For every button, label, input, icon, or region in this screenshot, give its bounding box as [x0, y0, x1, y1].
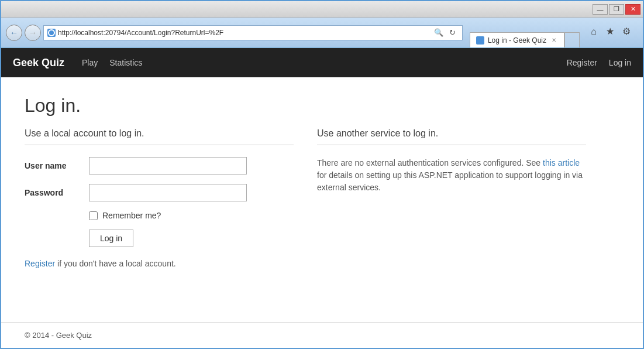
nav-login[interactable]: Log in [609, 58, 631, 67]
username-group: User name [25, 157, 294, 174]
external-description: There are no external authentication ser… [317, 157, 586, 194]
username-input[interactable] [89, 157, 247, 174]
close-button[interactable]: ✕ [625, 4, 640, 15]
left-divider [25, 145, 294, 145]
external-text-after: for details on setting up this ASP.NET a… [317, 170, 583, 192]
app-nav-links: Play Statistics [82, 58, 142, 67]
settings-icon[interactable]: ⚙ [619, 25, 633, 39]
address-url: http://localhost:20794/Account/Login?Ret… [58, 29, 431, 37]
login-button-wrapper: Log in [25, 230, 294, 247]
remember-me-label: Remember me? [102, 211, 161, 220]
tab-favicon [476, 36, 484, 45]
app-nav-right: Register Log in [567, 58, 631, 67]
title-bar-buttons: — ❐ ✕ [593, 4, 640, 15]
tab-title: Log in - Geek Quiz [488, 36, 546, 45]
browser-tab[interactable]: Log in - Geek Quiz ✕ [470, 32, 564, 47]
new-tab-button[interactable] [564, 32, 580, 47]
password-label: Password [25, 188, 89, 197]
external-section-title: Use another service to log in. [317, 128, 586, 139]
remember-me-group: Remember me? [89, 211, 294, 220]
search-button[interactable]: 🔍 [433, 27, 445, 39]
app-navbar: Geek Quiz Play Statistics Register Log i… [1, 48, 643, 77]
local-section-title: Use a local account to log in. [25, 128, 294, 139]
tab-close-button[interactable]: ✕ [550, 36, 558, 45]
login-button[interactable]: Log in [89, 230, 133, 247]
refresh-button[interactable]: ↻ [447, 27, 459, 39]
nav-register[interactable]: Register [567, 58, 597, 67]
restore-button[interactable]: ❐ [609, 4, 624, 15]
content-grid: Use a local account to log in. User name… [25, 128, 586, 268]
right-divider [317, 145, 586, 145]
address-favicon [47, 29, 56, 37]
app-brand[interactable]: Geek Quiz [13, 57, 64, 69]
register-text: if you don't have a local account. [57, 259, 176, 268]
back-button[interactable]: ← [6, 25, 22, 41]
register-link-section: Register if you don't have a local accou… [25, 259, 294, 268]
register-link[interactable]: Register [25, 259, 55, 268]
footer-text: © 2014 - Geek Quiz [25, 331, 92, 340]
browser-toolbar-right: ⌂ ★ ⚙ [582, 25, 638, 41]
this-article-link[interactable]: this article [543, 158, 580, 167]
username-label: User name [25, 161, 89, 170]
minimize-button[interactable]: — [593, 4, 608, 15]
browser-window: — ❐ ✕ ← → http://localhost:20794/Account… [0, 0, 644, 349]
address-bar[interactable]: http://localhost:20794/Account/Login?Ret… [43, 25, 463, 40]
main-content: Log in. Use a local account to log in. U… [1, 77, 643, 322]
left-panel: Use a local account to log in. User name… [25, 128, 294, 268]
home-icon[interactable]: ⌂ [587, 25, 601, 39]
nav-statistics[interactable]: Statistics [109, 58, 142, 67]
nav-play[interactable]: Play [82, 58, 98, 67]
forward-button[interactable]: → [25, 25, 41, 41]
right-panel: Use another service to log in. There are… [317, 128, 586, 268]
external-text-before: There are no external authentication ser… [317, 158, 543, 167]
remember-me-checkbox[interactable] [89, 211, 98, 220]
password-input[interactable] [89, 184, 247, 201]
title-bar: — ❐ ✕ [1, 1, 643, 18]
page-footer: © 2014 - Geek Quiz [1, 322, 643, 348]
page-content: Geek Quiz Play Statistics Register Log i… [1, 48, 643, 348]
page-title: Log in. [25, 95, 619, 117]
favorites-icon[interactable]: ★ [603, 25, 617, 39]
nav-bar: ← → http://localhost:20794/Account/Login… [1, 18, 643, 48]
password-group: Password [25, 184, 294, 201]
